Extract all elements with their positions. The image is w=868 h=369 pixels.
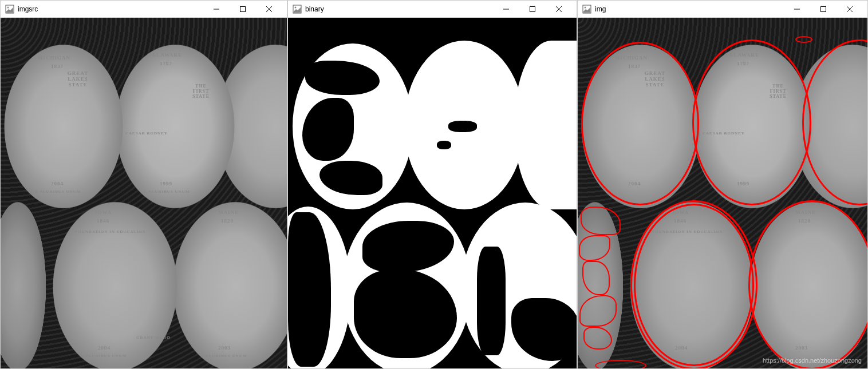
coin-text-epluribus-3: E PLURIBUS UNUM [81, 354, 127, 358]
window-img: img MICHIGAN 1837 GREAT LAKES STATE 2004… [577, 0, 868, 369]
binary-texture [448, 121, 477, 132]
image-content-imgsrc: MICHIGAN 1837 GREAT LAKES STATE 2004 E P… [1, 18, 287, 368]
maximize-button[interactable] [519, 1, 546, 18]
contour-ellipse-3 [802, 39, 867, 205]
contour-ellipse-6 [748, 200, 867, 368]
window-binary: binary [287, 0, 577, 369]
maximize-button[interactable] [810, 1, 837, 18]
coin-text-maine: MAINE [218, 209, 239, 215]
minimize-button[interactable] [493, 1, 519, 18]
contour-ellipse-1 [581, 42, 699, 205]
coin-text-michigan-bottom: 2004 [51, 181, 64, 187]
minimize-button[interactable] [784, 1, 810, 18]
binary-texture [477, 247, 506, 355]
coin-text-epluribus-4: E PLURIBUS UNUM [201, 354, 247, 358]
window-imgsrc: imgsrc MICHIGAN 1837 GREAT LAKES STATE 2… [0, 0, 287, 369]
contour-scribble [595, 360, 646, 368]
coin-text-foundation: FOUNDATION IN EDUCATION [75, 229, 146, 234]
binary-texture [437, 141, 451, 149]
contour-scribble [582, 261, 610, 295]
coin-text-delaware: DELAWARE [148, 52, 182, 58]
binary-coin-3 [514, 41, 577, 209]
watermark-text: https://blog.csdn.net/zhouzongzong [763, 357, 862, 364]
image-content-img: MICHIGAN 1837 GREAT LAKES STATE 2004 DEL… [578, 18, 867, 368]
svg-rect-15 [821, 6, 826, 11]
window-controls [493, 1, 572, 18]
coin-text-epluribus-1: E PLURIBUS UNUM [35, 189, 81, 194]
close-button[interactable] [837, 1, 863, 18]
coin-text-delaware-bottom: 1999 [160, 181, 172, 187]
coin-text-iowa-bottom: 2004 [98, 345, 111, 351]
svg-point-1 [7, 6, 9, 8]
titlebar-img[interactable]: img [578, 1, 867, 18]
coin-text-delaware-year: 1787 [160, 61, 172, 66]
coin-text-maine-year: 1820 [221, 218, 234, 224]
close-button[interactable] [256, 1, 282, 18]
window-title: binary [305, 5, 493, 13]
svg-point-13 [585, 6, 586, 8]
binary-texture [288, 212, 331, 367]
contour-scribble [795, 36, 812, 43]
minimize-button[interactable] [203, 1, 230, 18]
coin-text-michigan-year: 1837 [51, 64, 64, 69]
contour-scribble [583, 327, 612, 350]
window-controls [784, 1, 863, 18]
contour-coin-image: MICHIGAN 1837 GREAT LAKES STATE 2004 DEL… [578, 18, 867, 368]
svg-rect-3 [240, 6, 246, 11]
svg-rect-9 [530, 6, 535, 11]
coin-text-first-state: THE FIRST STATE [190, 84, 212, 99]
binary-coin-image [288, 18, 577, 368]
close-button[interactable] [546, 1, 572, 18]
window-title: imgsrc [18, 5, 203, 13]
contour-ellipse-5b [634, 204, 754, 366]
coin-text-maine-bottom: 2003 [218, 345, 231, 351]
app-icon [5, 5, 14, 14]
image-content-binary [288, 18, 577, 368]
contour-scribble [579, 295, 617, 327]
contour-scribble [581, 207, 621, 235]
grayscale-coin-image: MICHIGAN 1837 GREAT LAKES STATE 2004 E P… [1, 18, 287, 368]
coin-text-michigan: MICHIGAN [38, 55, 70, 61]
svg-point-7 [295, 6, 297, 8]
titlebar-imgsrc[interactable]: imgsrc [1, 1, 287, 18]
coin-text-great-lakes: GREAT LAKES STATE [61, 70, 95, 88]
window-title: img [595, 5, 784, 13]
window-controls [203, 1, 282, 18]
coin-text-epluribus-2: E PLURIBUS UNUM [144, 189, 190, 194]
app-icon [582, 5, 591, 14]
coin-text-caesar: CAESAR RODNEY [125, 131, 168, 136]
coin-text-iowa-year: 1846 [97, 218, 109, 224]
contour-ellipse-2 [692, 39, 811, 205]
maximize-button[interactable] [230, 1, 256, 18]
titlebar-binary[interactable]: binary [288, 1, 577, 18]
coin-text-iowa: IOWA [95, 209, 112, 215]
app-icon [293, 5, 302, 14]
coin-text-grant-wood: GRANT WOOD [136, 335, 171, 340]
contour-scribble [579, 235, 610, 261]
